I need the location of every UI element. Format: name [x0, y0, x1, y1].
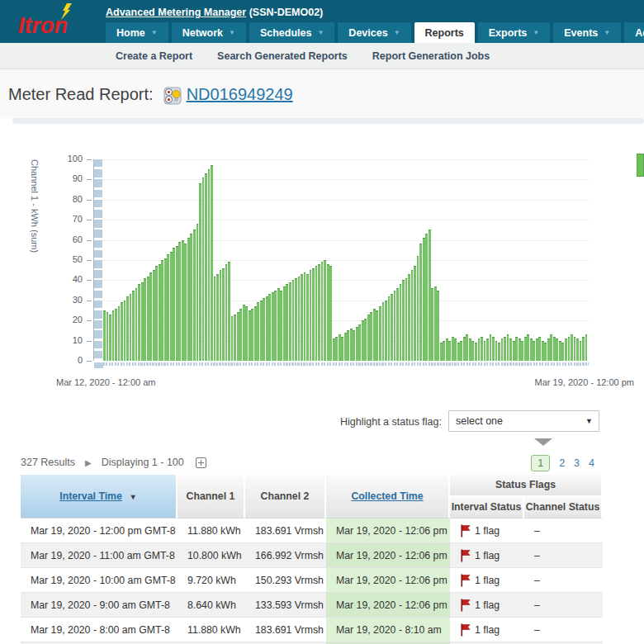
page-link-2[interactable]: 2 [559, 457, 565, 469]
subnav-link-create-a-report[interactable]: Create a Report [116, 50, 192, 62]
col-header-interval-status[interactable]: Interval Status [450, 497, 524, 519]
tab-admin[interactable]: Admin▼ [624, 22, 644, 43]
col-header-status-flags: Status Flags [450, 475, 603, 497]
chart-bar [524, 337, 527, 361]
subnav-link-search-generated-reports[interactable]: Search Generated Reports [217, 50, 348, 62]
app-title-link[interactable]: Advanced Metering Manager [106, 7, 246, 18]
chart-bar [408, 274, 410, 361]
chart-bar [234, 315, 236, 361]
chart-bar [144, 278, 146, 361]
chart-bar [571, 334, 573, 361]
tab-events[interactable]: Events▼ [553, 22, 621, 43]
flag-count-label: 1 flag [475, 575, 500, 586]
collapse-handle-icon[interactable] [534, 438, 552, 446]
cell-channel-2: 183.691 Vrmsh [245, 618, 326, 642]
col-header-channel-status[interactable]: Channel Status [524, 497, 603, 519]
chart-bar [509, 339, 512, 361]
chart-bar [176, 246, 178, 361]
tab-devices[interactable]: Devices▼ [338, 22, 410, 43]
page-link-1[interactable]: 1 [531, 455, 550, 471]
cell-interval-time: Mar 19, 2020 - 8:00 am GMT-8 [21, 618, 178, 642]
chart-bar [318, 264, 320, 361]
cell-channel-1: 10.800 kWh [178, 543, 245, 568]
chart-bar [306, 274, 309, 361]
tab-network[interactable]: Network▼ [172, 22, 246, 43]
chart-x-end-label: Mar 19, 2020 - 12:00 pm [535, 377, 634, 387]
page-link-3[interactable]: 3 [574, 457, 580, 469]
chart-bar [376, 310, 378, 361]
chevron-down-icon: ▼ [604, 29, 610, 36]
cell-interval-time: Mar 19, 2020 - 10:00 am GMT-8 [21, 568, 178, 593]
chart-bar [460, 341, 462, 361]
chart-bar [481, 337, 483, 361]
cell-interval-status[interactable]: 1 flag [450, 543, 524, 568]
tab-exports[interactable]: Exports▼ [478, 22, 550, 43]
chart-x-tick-block [94, 362, 103, 368]
col-header-collected-time[interactable]: Collected Time [326, 475, 450, 519]
chart-bar [161, 260, 163, 361]
chart-bar [580, 341, 582, 361]
chart-bar [190, 234, 192, 361]
y-tick-mark [87, 179, 92, 180]
tab-schedules[interactable]: Schedules▼ [249, 22, 334, 43]
cell-channel-1: 9.720 kWh [178, 568, 245, 593]
pagination: 1234 [531, 455, 594, 471]
cell-channel-1: 11.880 kWh [178, 519, 245, 543]
chart-bar [559, 341, 561, 361]
chart-bar [385, 301, 387, 361]
chart-bar [431, 288, 433, 361]
y-tick-label: 10 [50, 335, 83, 345]
chevron-down-icon: ▼ [533, 29, 539, 36]
chart-bar [452, 337, 454, 361]
cell-collected-time: Mar 19, 2020 - 12:06 pm [326, 519, 450, 543]
scrollbar-thumb[interactable] [637, 154, 644, 177]
app-subtitle: (SSN-DEMO02) [249, 7, 324, 18]
cell-channel-2: 133.593 Vrmsh [245, 593, 326, 618]
chart-bar [446, 339, 448, 361]
page-link-4[interactable]: 4 [589, 457, 594, 469]
cell-interval-status[interactable]: 1 flag [450, 618, 524, 642]
chart-bar [582, 337, 585, 361]
chart-bar [440, 343, 443, 361]
chart-bar [263, 298, 265, 361]
chart-bar [208, 169, 211, 361]
chart-bar [423, 238, 425, 361]
cell-channel-1: 11.880 kWh [178, 618, 245, 642]
cell-interval-time: Mar 19, 2020 - 11:00 am GMT-8 [21, 543, 178, 568]
subnav-link-report-generation-jobs[interactable]: Report Generation Jobs [372, 50, 490, 62]
chart-bar [301, 274, 303, 361]
cell-interval-status[interactable]: 1 flag [450, 519, 524, 543]
chart-bar [429, 230, 431, 361]
chart-bar [490, 334, 492, 361]
chart-bar [556, 339, 558, 361]
cell-collected-time: Mar 19, 2020 - 8:10 am [326, 618, 450, 642]
meter-id-link[interactable]: ND016949249 [187, 85, 293, 104]
cell-interval-status[interactable]: 1 flag [450, 593, 524, 618]
tab-reports[interactable]: Reports [414, 22, 475, 43]
cell-channel-status: – [524, 568, 603, 593]
col-header-interval-time[interactable]: Interval Time▼ [21, 475, 178, 519]
chart-bar [466, 334, 468, 361]
tab-home[interactable]: Home▼ [106, 22, 168, 43]
chart-bar [370, 312, 372, 361]
chart-bar [178, 242, 181, 361]
col-header-channel-1[interactable]: Channel 1 [178, 475, 245, 519]
chart-bar [417, 256, 419, 361]
top-header: Itron Advanced Metering Manager (SSN-DEM… [0, 0, 644, 43]
col-header-channel-2[interactable]: Channel 2 [245, 475, 326, 519]
results-bar: 327 Results ▶ Displaying 1 - 100 [21, 457, 206, 468]
chart-bar [155, 266, 158, 361]
chart-bar [457, 343, 460, 361]
chart-bar [367, 315, 370, 361]
cell-interval-status[interactable]: 1 flag [450, 568, 524, 593]
chart-bar [329, 266, 332, 361]
highlight-flag-select[interactable]: select one [448, 410, 599, 432]
chart-bar [280, 291, 282, 361]
chart-bar [182, 240, 184, 361]
sort-desc-icon: ▼ [130, 493, 137, 501]
chart-bar [565, 339, 567, 361]
chart-bar [437, 291, 439, 361]
expand-table-icon[interactable] [196, 457, 206, 468]
chart-bar [454, 339, 457, 361]
chart-x-start-label: Mar 12, 2020 - 12:00 am [56, 377, 155, 387]
